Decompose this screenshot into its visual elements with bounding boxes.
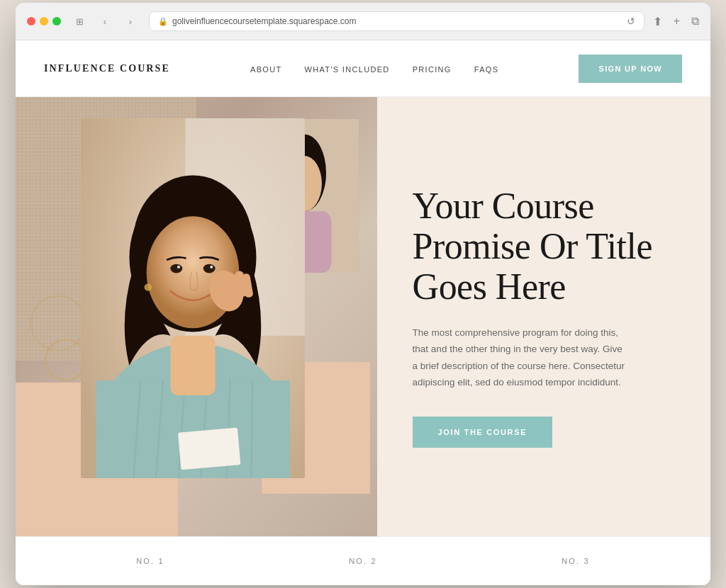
site-navigation: INFLUENCE COURSE ABOUT WHAT'S INCLUDED P… <box>16 40 710 97</box>
nav-link-whats-included[interactable]: WHAT'S INCLUDED <box>305 65 390 74</box>
forward-button[interactable]: › <box>121 11 140 31</box>
hero-description: The most comprehensive program for doing… <box>413 324 625 392</box>
nav-item-whats-included[interactable]: WHAT'S INCLUDED <box>305 62 390 75</box>
sign-up-button[interactable]: SIGN UP NOW <box>579 55 682 83</box>
svg-point-19 <box>203 264 215 273</box>
svg-rect-14 <box>170 336 215 395</box>
close-button[interactable] <box>27 17 35 26</box>
nav-item-faqs[interactable]: FAQS <box>474 62 499 75</box>
share-icon[interactable]: ⬆ <box>653 15 662 28</box>
nav-item-about[interactable]: ABOUT <box>250 62 282 75</box>
window-controls: ⬆ + ⧉ <box>653 15 699 28</box>
hero-title: Your Course Promise Or Title Goes Here <box>413 186 668 307</box>
hero-image-collage <box>16 97 377 536</box>
browser-window: ⊞ ‹ › 🔒 goliveinfluencecoursetemplate.sq… <box>16 3 710 585</box>
back-button[interactable]: ‹ <box>95 11 115 31</box>
nav-link-pricing[interactable]: PRICING <box>413 65 452 74</box>
tab-overview-icon[interactable]: ⧉ <box>691 15 699 28</box>
svg-point-21 <box>210 266 213 268</box>
svg-rect-26 <box>178 427 241 470</box>
maximize-button[interactable] <box>52 17 61 26</box>
svg-point-20 <box>177 266 180 268</box>
footer-number-2: NO. 2 <box>349 557 377 565</box>
footer-number-3: NO. 3 <box>562 557 590 565</box>
lock-icon: 🔒 <box>158 17 168 26</box>
join-course-button[interactable]: JOIN THE COURSE <box>413 417 553 448</box>
site-logo: INFLUENCE COURSE <box>44 63 170 74</box>
browser-chrome: ⊞ ‹ › 🔒 goliveinfluencecoursetemplate.sq… <box>16 3 710 40</box>
reload-icon[interactable]: ↺ <box>627 16 635 27</box>
url-text: goliveinfluencecoursetemplate.squarespac… <box>172 16 356 26</box>
nav-item-pricing[interactable]: PRICING <box>413 62 452 75</box>
sidebar-toggle[interactable]: ⊞ <box>69 11 89 31</box>
address-bar[interactable]: 🔒 goliveinfluencecoursetemplate.squaresp… <box>149 11 644 31</box>
browser-nav: ⊞ ‹ › <box>69 11 140 31</box>
website-content: INFLUENCE COURSE ABOUT WHAT'S INCLUDED P… <box>16 40 710 585</box>
hero-content-area: Your Course Promise Or Title Goes Here T… <box>377 97 710 536</box>
svg-point-18 <box>170 264 182 273</box>
nav-link-faqs[interactable]: FAQS <box>474 65 499 74</box>
svg-point-25 <box>144 283 152 291</box>
new-tab-icon[interactable]: + <box>674 15 680 28</box>
footer-number-1: NO. 1 <box>136 557 164 565</box>
minimize-button[interactable] <box>40 17 48 26</box>
hero-section: Your Course Promise Or Title Goes Here T… <box>16 97 710 536</box>
traffic-lights <box>27 17 61 26</box>
jewelry-circle-small <box>30 295 86 351</box>
nav-links: ABOUT WHAT'S INCLUDED PRICING FAQS <box>250 62 498 75</box>
portrait-frame <box>81 118 305 478</box>
nav-link-about[interactable]: ABOUT <box>250 65 282 74</box>
footer-numbers-section: NO. 1 NO. 2 NO. 3 <box>16 536 710 585</box>
